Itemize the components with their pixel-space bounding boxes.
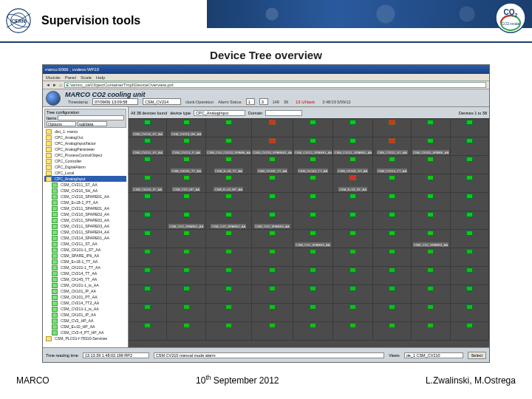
tree-leaf[interactable]: CSM_CK145_TT_AA [44,276,126,282]
tree-node-selected[interactable]: CPC_AnalogInput [44,176,126,182]
device-cell[interactable]: CSM_CV210_SH_AA [167,119,205,137]
menu-panel[interactable]: Panel [65,75,76,80]
device-cell[interactable]: CSM_CV211_ST_AA [373,137,412,156]
back-icon[interactable]: ◄ [46,83,50,87]
device-cell[interactable] [293,193,333,211]
tree-leaf[interactable]: CSM_CK101_IP_AA [44,312,126,318]
device-cell[interactable] [451,267,489,285]
tree-leaf[interactable]: CSM_CK101-1_TT_AA [44,265,126,270]
tree-leaf[interactable]: CSM_E+18-1_TT_AA [44,259,126,265]
device-cell[interactable]: CSM_CK101_TT_AA [167,156,205,174]
device-cell[interactable] [129,193,167,211]
device-cell[interactable] [412,193,450,211]
device-cell[interactable] [333,285,373,304]
device-cell[interactable]: CSM_CV2_SPARE3_AA [293,230,333,248]
device-cell[interactable] [412,248,450,267]
device-cell[interactable]: CSM_CV210_ST_AA [129,119,167,137]
device-cell[interactable]: CSM_CV211_SPARE2_AA [333,137,373,156]
home-icon[interactable]: ⌂ [59,83,62,87]
device-cell[interactable]: CSM_CV211_P_AA [167,137,205,156]
device-cell[interactable] [167,285,205,304]
device-cell[interactable] [252,119,293,137]
device-cell[interactable] [206,248,252,267]
tree-leaf[interactable]: CSM_CK101_PT_AA [44,294,126,300]
tree-node[interactable]: CPC_AnalogOut [44,134,126,140]
device-cell[interactable] [206,285,252,304]
device-cell[interactable] [451,322,489,341]
device-cell[interactable] [167,304,205,322]
tree-leaf[interactable]: CSM_SPARE_IP6_AA [44,253,126,259]
device-cell[interactable] [206,322,252,341]
tree-leaf[interactable]: CSM_CV214_TT2_AA [44,300,126,306]
device-cell[interactable] [373,211,412,230]
device-cell[interactable] [252,193,293,211]
tree-node[interactable]: CPC_Controller [44,158,126,164]
device-cell[interactable]: CSM_CV210_SPARE01_AA [252,137,293,156]
device-cell[interactable] [293,322,333,341]
device-cell[interactable] [333,193,373,211]
device-cell[interactable]: CSM_E+10_HP_AA [206,174,252,193]
device-cell[interactable] [412,322,450,341]
tree-leaf[interactable]: CSM_CK101-1_ts_AA [44,282,126,288]
device-cell[interactable] [373,248,412,267]
device-cell[interactable] [333,211,373,230]
device-cell[interactable] [373,230,412,248]
tree-leaf[interactable]: CSM_CK101-1_ST_AA [44,247,126,253]
device-cell[interactable] [129,230,167,248]
device-cell[interactable] [129,285,167,304]
device-cell[interactable] [451,230,489,248]
device-cell[interactable]: CSM_E+13_ST_AA [333,174,373,193]
device-cell[interactable]: CSM_CK101_ST_AA [333,156,373,174]
device-cell[interactable] [206,119,252,137]
device-cell[interactable] [451,304,489,322]
device-cell[interactable] [451,137,489,156]
device-cell[interactable] [206,267,252,285]
device-cell[interactable] [252,230,293,248]
device-cell[interactable] [412,304,450,322]
tree-leaf[interactable]: CSM_CV214_TT_AA [44,270,126,276]
device-cell[interactable] [373,174,412,193]
device-cell[interactable] [412,267,450,285]
device-cell[interactable] [293,267,333,285]
device-cell[interactable] [451,248,489,267]
device-cell[interactable] [412,174,450,193]
tree-leaf[interactable]: CSM_CV210_SPARE02_AA [44,211,126,217]
tree-leaf[interactable]: CSM_CV214_SPARE01_AA [44,235,126,241]
device-cell[interactable]: CSM_CV2_HP_AA [167,174,205,193]
device-cell[interactable] [167,322,205,341]
device-cell[interactable] [252,174,293,193]
tree-node[interactable]: CPC_Local [44,170,126,176]
device-cell[interactable] [333,304,373,322]
matrix-filter-value[interactable]: CPC_AnalogInput [194,110,245,116]
device-cell[interactable] [129,322,167,341]
tree-leaf[interactable]: CSM_CV211_SPARE01_AA [44,205,126,211]
device-cell[interactable] [373,267,412,285]
device-cell[interactable] [293,285,333,304]
tther-leaf[interactable]: CSM_CV211_ST_AA [44,241,126,247]
device-cell[interactable]: CSM_E+18_TT_AA [206,156,252,174]
device-cell[interactable] [333,248,373,267]
tree-search-field[interactable] [58,115,124,120]
tree-leaf[interactable]: CSM_E+18-1_PT_AA [44,200,126,205]
device-cell[interactable] [252,285,293,304]
device-cell[interactable] [129,156,167,174]
menu-module[interactable]: Module [46,75,61,80]
tree-node[interactable]: dist_1: marco [44,129,126,134]
tree-leaf[interactable]: CSM_CV2_HP_AA [44,318,126,324]
device-cell[interactable] [451,211,489,230]
device-cell[interactable] [206,304,252,322]
device-cell[interactable] [129,304,167,322]
device-cell[interactable] [167,248,205,267]
device-cell[interactable]: CSM_CK145_TT_AA [293,156,333,174]
device-cell[interactable] [373,193,412,211]
device-cell[interactable] [293,211,333,230]
tree-node[interactable]: CPC_AnalogParameter [44,146,126,152]
device-cell[interactable] [373,304,412,322]
tree-leaf[interactable]: CSM_CV210_SH_AA [44,188,126,194]
device-cell[interactable]: CSM_CK101_SPARE_AA [412,137,450,156]
forward-icon[interactable]: ► [52,83,57,87]
device-cell[interactable] [333,267,373,285]
device-cell[interactable] [412,211,450,230]
address-field[interactable]: E:\wincc_oa\ObjectContainerTmpl\DeviceOv… [64,82,486,88]
tree-leaf[interactable]: CSM_CV211-1_ts_AA [44,306,126,312]
